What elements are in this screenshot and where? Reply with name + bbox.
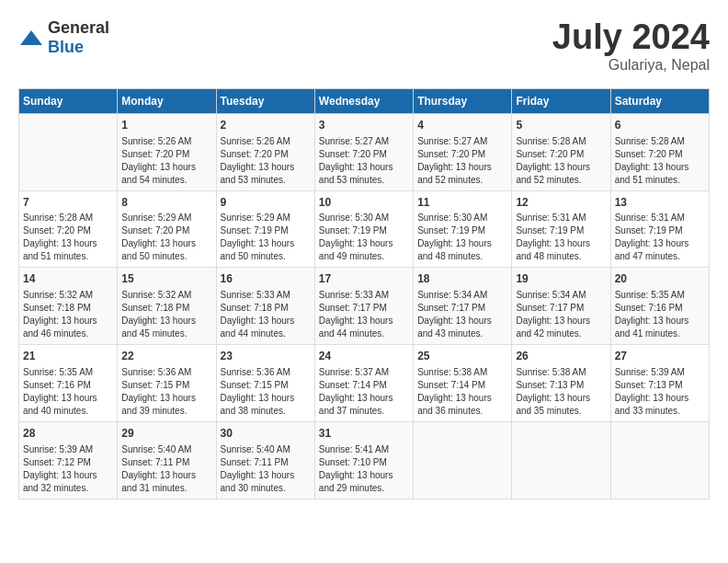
calendar-cell: 16Sunrise: 5:33 AMSunset: 7:18 PMDayligh… xyxy=(216,268,314,345)
calendar-cell: 14Sunrise: 5:32 AMSunset: 7:18 PMDayligh… xyxy=(19,268,118,345)
cell-info: Sunrise: 5:29 AMSunset: 7:20 PMDaylight:… xyxy=(121,212,211,263)
calendar-cell: 20Sunrise: 5:35 AMSunset: 7:16 PMDayligh… xyxy=(610,268,709,345)
cell-info: Sunrise: 5:33 AMSunset: 7:18 PMDaylight:… xyxy=(221,289,311,340)
cell-info: Sunrise: 5:26 AMSunset: 7:20 PMDaylight:… xyxy=(221,135,311,187)
calendar-cell: 17Sunrise: 5:33 AMSunset: 7:17 PMDayligh… xyxy=(314,268,413,345)
cell-info: Sunrise: 5:34 AMSunset: 7:17 PMDaylight:… xyxy=(516,289,606,340)
calendar-week-row: 28Sunrise: 5:39 AMSunset: 7:12 PMDayligh… xyxy=(19,421,710,499)
day-number: 12 xyxy=(516,195,606,211)
title-block: July 2024 Gulariya, Nepal xyxy=(552,18,710,74)
month-year-title: July 2024 xyxy=(552,18,710,57)
day-number: 16 xyxy=(221,271,311,287)
svg-marker-0 xyxy=(20,30,42,45)
cell-info: Sunrise: 5:29 AMSunset: 7:19 PMDaylight:… xyxy=(221,212,311,263)
day-number: 28 xyxy=(23,426,113,442)
logo-blue: Blue xyxy=(48,38,84,56)
cell-info: Sunrise: 5:34 AMSunset: 7:17 PMDaylight:… xyxy=(417,289,507,340)
day-number: 2 xyxy=(221,118,311,133)
calendar-cell: 31Sunrise: 5:41 AMSunset: 7:10 PMDayligh… xyxy=(314,421,413,499)
calendar-cell: 4Sunrise: 5:27 AMSunset: 7:20 PMDaylight… xyxy=(414,113,512,190)
cell-info: Sunrise: 5:28 AMSunset: 7:20 PMDaylight:… xyxy=(23,212,113,263)
cell-info: Sunrise: 5:36 AMSunset: 7:15 PMDaylight:… xyxy=(221,366,311,418)
calendar-cell: 9Sunrise: 5:29 AMSunset: 7:19 PMDaylight… xyxy=(216,190,314,268)
cell-info: Sunrise: 5:40 AMSunset: 7:11 PMDaylight:… xyxy=(121,443,211,495)
location-subtitle: Gulariya, Nepal xyxy=(552,57,710,74)
day-number: 29 xyxy=(121,426,211,442)
cell-info: Sunrise: 5:33 AMSunset: 7:17 PMDaylight:… xyxy=(319,289,409,340)
weekday-header-wednesday: Wednesday xyxy=(314,88,413,113)
calendar-cell xyxy=(414,421,512,499)
calendar-cell: 19Sunrise: 5:34 AMSunset: 7:17 PMDayligh… xyxy=(512,268,610,345)
cell-info: Sunrise: 5:28 AMSunset: 7:20 PMDaylight:… xyxy=(516,135,606,187)
cell-info: Sunrise: 5:37 AMSunset: 7:14 PMDaylight:… xyxy=(319,366,409,418)
calendar-cell: 26Sunrise: 5:38 AMSunset: 7:13 PMDayligh… xyxy=(512,345,610,422)
cell-info: Sunrise: 5:31 AMSunset: 7:19 PMDaylight:… xyxy=(516,212,606,263)
day-number: 4 xyxy=(417,118,507,133)
calendar-cell: 28Sunrise: 5:39 AMSunset: 7:12 PMDayligh… xyxy=(19,421,118,499)
day-number: 25 xyxy=(417,349,507,364)
day-number: 21 xyxy=(23,349,113,364)
day-number: 11 xyxy=(417,195,507,211)
day-number: 24 xyxy=(319,349,409,364)
logo-icon xyxy=(18,29,44,47)
cell-info: Sunrise: 5:36 AMSunset: 7:15 PMDaylight:… xyxy=(121,366,211,418)
calendar-cell: 24Sunrise: 5:37 AMSunset: 7:14 PMDayligh… xyxy=(314,345,413,422)
calendar-week-row: 1Sunrise: 5:26 AMSunset: 7:20 PMDaylight… xyxy=(19,113,710,190)
cell-info: Sunrise: 5:30 AMSunset: 7:19 PMDaylight:… xyxy=(319,212,409,263)
calendar-cell: 23Sunrise: 5:36 AMSunset: 7:15 PMDayligh… xyxy=(216,345,314,422)
calendar-table: SundayMondayTuesdayWednesdayThursdayFrid… xyxy=(18,88,710,500)
day-number: 23 xyxy=(221,349,311,364)
calendar-cell: 25Sunrise: 5:38 AMSunset: 7:14 PMDayligh… xyxy=(414,345,512,422)
calendar-cell xyxy=(512,421,610,499)
calendar-cell: 5Sunrise: 5:28 AMSunset: 7:20 PMDaylight… xyxy=(512,113,610,190)
day-number: 27 xyxy=(615,349,705,364)
cell-info: Sunrise: 5:32 AMSunset: 7:18 PMDaylight:… xyxy=(23,289,113,340)
cell-info: Sunrise: 5:35 AMSunset: 7:16 PMDaylight:… xyxy=(615,289,705,340)
day-number: 18 xyxy=(417,271,507,287)
cell-info: Sunrise: 5:39 AMSunset: 7:12 PMDaylight:… xyxy=(23,443,113,495)
logo: General Blue xyxy=(18,18,109,57)
weekday-header-thursday: Thursday xyxy=(414,88,512,113)
day-number: 9 xyxy=(221,195,311,211)
cell-info: Sunrise: 5:32 AMSunset: 7:18 PMDaylight:… xyxy=(121,289,211,340)
calendar-cell xyxy=(19,113,118,190)
calendar-cell: 10Sunrise: 5:30 AMSunset: 7:19 PMDayligh… xyxy=(314,190,413,268)
cell-info: Sunrise: 5:27 AMSunset: 7:20 PMDaylight:… xyxy=(417,135,507,187)
cell-info: Sunrise: 5:28 AMSunset: 7:20 PMDaylight:… xyxy=(615,135,705,187)
day-number: 22 xyxy=(121,349,211,364)
calendar-cell: 21Sunrise: 5:35 AMSunset: 7:16 PMDayligh… xyxy=(19,345,118,422)
calendar-cell: 30Sunrise: 5:40 AMSunset: 7:11 PMDayligh… xyxy=(216,421,314,499)
day-number: 31 xyxy=(319,426,409,442)
cell-info: Sunrise: 5:40 AMSunset: 7:11 PMDaylight:… xyxy=(221,443,311,495)
day-number: 10 xyxy=(319,195,409,211)
calendar-cell: 29Sunrise: 5:40 AMSunset: 7:11 PMDayligh… xyxy=(118,421,216,499)
weekday-header-row: SundayMondayTuesdayWednesdayThursdayFrid… xyxy=(19,88,710,113)
day-number: 3 xyxy=(319,118,409,133)
calendar-cell: 1Sunrise: 5:26 AMSunset: 7:20 PMDaylight… xyxy=(118,113,216,190)
day-number: 7 xyxy=(23,195,113,211)
day-number: 15 xyxy=(121,271,211,287)
logo-text: General Blue xyxy=(48,18,109,57)
calendar-cell: 2Sunrise: 5:26 AMSunset: 7:20 PMDaylight… xyxy=(216,113,314,190)
cell-info: Sunrise: 5:38 AMSunset: 7:14 PMDaylight:… xyxy=(417,366,507,418)
calendar-cell: 7Sunrise: 5:28 AMSunset: 7:20 PMDaylight… xyxy=(19,190,118,268)
calendar-cell: 6Sunrise: 5:28 AMSunset: 7:20 PMDaylight… xyxy=(610,113,709,190)
calendar-cell: 22Sunrise: 5:36 AMSunset: 7:15 PMDayligh… xyxy=(118,345,216,422)
day-number: 6 xyxy=(615,118,705,133)
calendar-cell: 13Sunrise: 5:31 AMSunset: 7:19 PMDayligh… xyxy=(610,190,709,268)
cell-info: Sunrise: 5:35 AMSunset: 7:16 PMDaylight:… xyxy=(23,366,113,418)
cell-info: Sunrise: 5:31 AMSunset: 7:19 PMDaylight:… xyxy=(615,212,705,263)
calendar-week-row: 21Sunrise: 5:35 AMSunset: 7:16 PMDayligh… xyxy=(19,345,710,422)
day-number: 19 xyxy=(516,271,606,287)
day-number: 1 xyxy=(121,118,211,133)
calendar-week-row: 7Sunrise: 5:28 AMSunset: 7:20 PMDaylight… xyxy=(19,190,710,268)
day-number: 17 xyxy=(319,271,409,287)
day-number: 26 xyxy=(516,349,606,364)
logo-general: General xyxy=(48,18,109,37)
calendar-cell: 3Sunrise: 5:27 AMSunset: 7:20 PMDaylight… xyxy=(314,113,413,190)
cell-info: Sunrise: 5:26 AMSunset: 7:20 PMDaylight:… xyxy=(121,135,211,187)
calendar-cell: 18Sunrise: 5:34 AMSunset: 7:17 PMDayligh… xyxy=(414,268,512,345)
day-number: 13 xyxy=(615,195,705,211)
day-number: 20 xyxy=(615,271,705,287)
cell-info: Sunrise: 5:41 AMSunset: 7:10 PMDaylight:… xyxy=(319,443,409,495)
